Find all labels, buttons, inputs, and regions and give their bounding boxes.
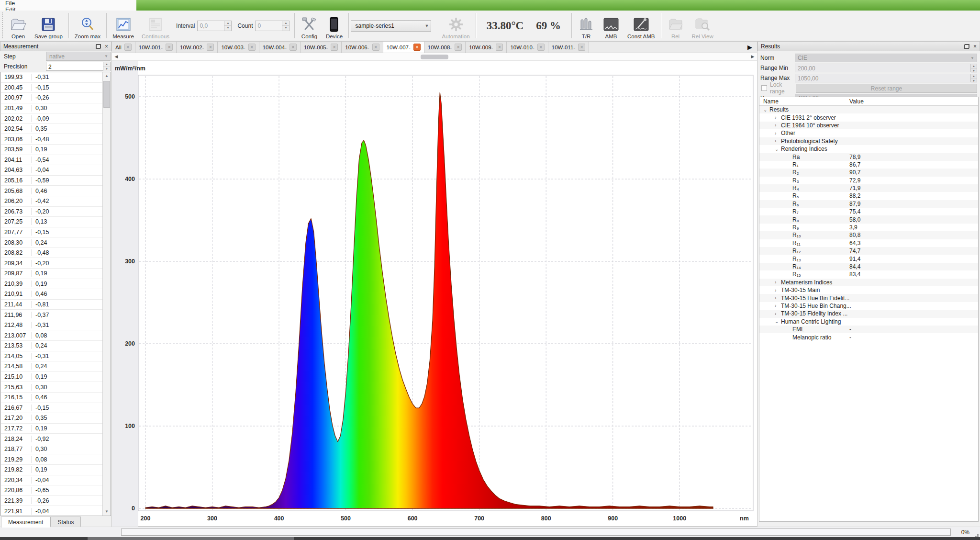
tr-button[interactable]: T/R [574, 11, 599, 41]
table-scrollbar[interactable]: ▲ ▼ [102, 72, 111, 516]
tree-row[interactable]: › CIE 1964 10° observer [759, 122, 978, 129]
table-row[interactable]: 204,11 -0,54 [1, 155, 102, 166]
close-tab-icon[interactable] [248, 44, 256, 51]
table-row[interactable]: 216,67 -0,15 [1, 403, 102, 414]
table-row[interactable]: 209,87 0,19 [1, 269, 102, 279]
table-row[interactable]: 199,93 -0,31 [1, 72, 102, 83]
series-tab[interactable]: 10W-010- [507, 42, 548, 53]
precision-spin-buttons[interactable]: ▲▼ [103, 62, 110, 70]
table-row[interactable]: 200,45 -0,15 [1, 83, 102, 93]
tree-row[interactable]: R₄ 71,9 [759, 184, 978, 192]
spectrum-chart[interactable]: mW/m²/nm01002003004005002003004005006007… [112, 61, 756, 527]
table-row[interactable]: 211,96 -0,37 [1, 310, 102, 320]
tab-measurement[interactable]: Measurement [1, 517, 50, 528]
close-panel-icon[interactable]: × [973, 44, 977, 49]
table-row[interactable]: 205,68 0,46 [1, 186, 102, 196]
table-row[interactable]: 202,54 0,35 [1, 124, 102, 135]
tree-row[interactable]: R₇ 75,4 [759, 208, 978, 215]
tree-row[interactable]: R₁₃ 91,4 [759, 255, 978, 262]
tree-expand-icon[interactable]: › [775, 138, 781, 144]
table-row[interactable]: 220,86 -0,65 [1, 485, 102, 496]
table-row[interactable]: 219,29 0,08 [1, 454, 102, 465]
device-button[interactable]: Device [322, 11, 346, 41]
table-row[interactable]: 200,97 -0,26 [1, 93, 102, 103]
scrollbar-thumb[interactable] [103, 81, 110, 108]
resize-grip[interactable] [977, 534, 979, 536]
table-row[interactable]: 209,34 -0,20 [1, 258, 102, 269]
series-select[interactable]: sample-series1 ▼ [351, 20, 431, 32]
tab-status[interactable]: Status [50, 517, 81, 528]
close-tab-icon[interactable] [578, 44, 585, 51]
precision-spinbox[interactable]: 2 ▲▼ [46, 62, 111, 71]
tree-expand-icon[interactable]: › [775, 303, 781, 308]
zoom-max-button[interactable]: Zoom max [71, 11, 104, 41]
tree-row[interactable]: ⌄ Results [759, 106, 978, 113]
amb-button[interactable]: AMB [599, 11, 624, 41]
table-row[interactable]: 220,34 -0,04 [1, 475, 102, 486]
tree-row[interactable]: › Metamerism Indices [759, 279, 978, 286]
tree-row[interactable]: R₆ 87,9 [759, 200, 978, 208]
close-tab-icon[interactable] [372, 44, 379, 51]
tree-expand-icon[interactable]: › [775, 131, 781, 136]
scroll-right-icon[interactable]: ▶ [749, 54, 756, 60]
close-tab-icon[interactable] [331, 44, 338, 51]
table-row[interactable]: 216,15 0,46 [1, 393, 102, 403]
series-tab[interactable]: 10W-004- [259, 42, 301, 53]
table-row[interactable]: 214,05 -0,31 [1, 351, 102, 362]
tree-row[interactable]: R₃ 72,9 [759, 177, 978, 184]
tree-expand-icon[interactable]: › [775, 311, 781, 316]
tree-row[interactable]: Melanopic ratio - [759, 333, 978, 341]
scroll-left-icon[interactable]: ◀ [113, 54, 120, 60]
tree-row[interactable]: Ra 78,9 [759, 153, 978, 160]
series-tab[interactable]: All [112, 42, 135, 53]
close-tab-icon[interactable] [496, 44, 503, 51]
measure-button[interactable]: Measure [109, 11, 138, 41]
tree-row[interactable]: › CIE 1931 2° observer [759, 113, 978, 121]
tree-expand-icon[interactable]: ⌄ [775, 319, 781, 324]
series-tab[interactable]: 10W-008- [424, 42, 466, 53]
table-row[interactable]: 207,25 0,13 [1, 217, 102, 227]
tree-row[interactable]: › TM-30-15 Fidelity Index ... [759, 310, 978, 317]
table-row[interactable]: 210,39 0,19 [1, 279, 102, 290]
tree-row[interactable]: › Photobiological Safety [759, 137, 978, 145]
series-tab[interactable]: 10W-007- [383, 42, 424, 53]
float-panel-icon[interactable] [964, 44, 969, 49]
tree-expand-icon[interactable]: › [775, 288, 781, 293]
table-row[interactable]: 219,82 0,19 [1, 465, 102, 475]
table-row[interactable]: 212,48 -0,31 [1, 320, 102, 331]
series-tab[interactable]: 10W-006- [342, 42, 383, 53]
tree-row[interactable]: › TM-30-15 Main [759, 286, 978, 294]
tree-expand-icon[interactable]: ⌄ [775, 146, 781, 152]
series-tab[interactable]: 10W-002- [177, 42, 218, 53]
open-button[interactable]: Open [6, 11, 31, 41]
tree-expand-icon[interactable]: › [775, 115, 781, 120]
tree-row[interactable]: ⌄ Human Centric Lighting [759, 318, 978, 326]
tree-row[interactable]: R₁₁ 64,3 [759, 239, 978, 247]
tree-row[interactable]: R₂ 90,7 [759, 169, 978, 176]
close-tab-icon[interactable] [124, 44, 132, 51]
series-tab[interactable]: 10W-001- [135, 42, 177, 53]
table-row[interactable]: 215,10 0,19 [1, 372, 102, 382]
table-row[interactable]: 207,77 -0,15 [1, 227, 102, 238]
table-row[interactable]: 217,20 0,35 [1, 413, 102, 424]
tab-overflow-arrow-icon[interactable]: ▶ [747, 44, 752, 51]
tree-row[interactable]: R₅ 88,2 [759, 192, 978, 200]
series-tab[interactable]: 10W-009- [466, 42, 507, 53]
tab-scrollbar-thumb[interactable] [421, 55, 448, 59]
close-tab-icon[interactable] [166, 44, 173, 51]
tree-row[interactable]: ⌄ Rendering Indices [759, 145, 978, 153]
table-row[interactable]: 211,44 -0,81 [1, 300, 102, 310]
table-row[interactable]: 218,77 0,30 [1, 444, 102, 455]
table-row[interactable]: 203,59 0,19 [1, 145, 102, 155]
table-row[interactable]: 213,53 0,24 [1, 341, 102, 351]
tree-row[interactable]: R₈ 58,0 [759, 215, 978, 223]
save-group-button[interactable]: Save group [31, 11, 67, 41]
tree-row[interactable]: R₁₀ 80,8 [759, 231, 978, 239]
scroll-up-icon[interactable]: ▲ [103, 72, 111, 80]
table-row[interactable]: 205,16 -0,59 [1, 176, 102, 186]
float-panel-icon[interactable] [96, 44, 101, 49]
series-tab[interactable]: 10W-005- [301, 42, 342, 53]
series-tab[interactable]: 10W-011- [548, 42, 589, 53]
tree-expand-icon[interactable]: › [775, 123, 781, 128]
table-row[interactable]: 208,82 -0,48 [1, 248, 102, 259]
